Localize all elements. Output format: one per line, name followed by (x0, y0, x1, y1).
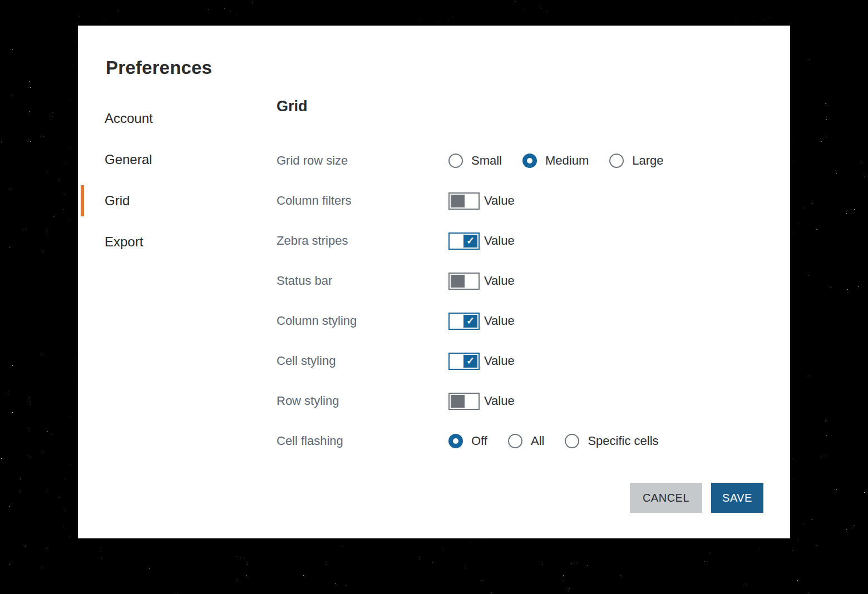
row-zebra-stripes: Zebra stripes ✓ Value (277, 221, 766, 261)
radio-label: Off (471, 434, 487, 448)
toggle-thumb: ✓ (463, 235, 477, 248)
setting-label: Cell styling (277, 354, 448, 368)
toggle-value-label: Value (484, 234, 515, 248)
sidebar-item-label: General (105, 152, 152, 167)
row-cell-flashing: Cell flashing Off All Specific cells (277, 421, 766, 461)
panel-heading: Grid (277, 98, 308, 115)
zebra-stripes-toggle[interactable]: ✓ (448, 232, 480, 250)
sidebar-item-export[interactable]: Export (78, 221, 256, 263)
radio-option-off[interactable]: Off (448, 434, 487, 448)
setting-label: Status bar (277, 274, 448, 288)
sidebar-item-general[interactable]: General (78, 139, 256, 180)
row-status-bar: Status bar ✓ Value (277, 261, 766, 301)
toggle-value-label: Value (484, 194, 515, 208)
toggle-value-label: Value (484, 394, 515, 408)
radio-label: All (531, 434, 544, 448)
toggle-value-label: Value (484, 314, 515, 328)
sidebar-item-account[interactable]: Account (78, 98, 256, 139)
toggle-thumb: ✓ (463, 315, 477, 328)
radio-icon (508, 434, 522, 448)
radio-option-specific-cells[interactable]: Specific cells (565, 434, 658, 448)
toggle-value-label: Value (484, 354, 515, 368)
check-icon: ✓ (466, 236, 475, 246)
check-icon: ✓ (466, 356, 475, 366)
row-column-styling: Column styling ✓ Value (277, 301, 766, 341)
setting-label: Grid row size (277, 154, 448, 168)
radio-icon (565, 434, 579, 448)
cell-styling-toggle[interactable]: ✓ (448, 353, 480, 370)
radio-label: Small (471, 154, 502, 168)
row-row-styling: Row styling ✓ Value (277, 381, 766, 421)
sidebar-item-label: Grid (105, 193, 130, 209)
radio-label: Large (632, 154, 663, 168)
dialog-title: Preferences (106, 57, 212, 78)
sidebar-item-label: Export (105, 234, 143, 250)
setting-label: Column styling (277, 314, 448, 328)
sidebar-item-grid[interactable]: Grid (78, 180, 256, 221)
row-cell-styling: Cell styling ✓ Value (277, 341, 766, 381)
toggle-thumb: ✓ (451, 395, 465, 408)
setting-label: Zebra stripes (277, 234, 448, 248)
toggle-value-label: Value (484, 274, 515, 288)
check-icon: ✓ (466, 316, 475, 326)
row-grid-row-size: Grid row size Small Medium Large (277, 141, 766, 181)
status-bar-toggle[interactable]: ✓ (448, 273, 480, 290)
setting-label: Column filters (277, 194, 448, 208)
radio-label: Medium (545, 154, 589, 168)
cancel-button[interactable]: CANCEL (630, 483, 702, 513)
row-styling-toggle[interactable]: ✓ (448, 393, 480, 410)
toggle-thumb: ✓ (451, 195, 465, 207)
row-column-filters: Column filters ✓ Value (277, 181, 766, 221)
radio-option-all[interactable]: All (508, 434, 544, 448)
settings-rows: Grid row size Small Medium Large Column … (277, 141, 766, 461)
radio-icon (522, 154, 537, 168)
radio-label: Specific cells (588, 434, 658, 448)
setting-label: Row styling (277, 394, 448, 408)
toggle-thumb: ✓ (463, 355, 477, 368)
setting-label: Cell flashing (277, 434, 448, 448)
radio-icon (609, 154, 624, 168)
toggle-thumb: ✓ (451, 275, 465, 288)
radio-icon (448, 434, 463, 448)
radio-option-small[interactable]: Small (448, 154, 502, 168)
column-styling-toggle[interactable]: ✓ (448, 313, 480, 330)
radio-option-large[interactable]: Large (609, 154, 663, 168)
column-filters-toggle[interactable]: ✓ (448, 192, 480, 210)
save-button[interactable]: SAVE (711, 483, 763, 513)
preferences-dialog: Preferences Account General Grid Export … (78, 26, 790, 538)
sidebar: Account General Grid Export (78, 98, 256, 263)
radio-option-medium[interactable]: Medium (522, 154, 589, 168)
radio-icon (448, 154, 463, 168)
active-tab-indicator (81, 185, 84, 216)
sidebar-item-label: Account (105, 111, 153, 126)
